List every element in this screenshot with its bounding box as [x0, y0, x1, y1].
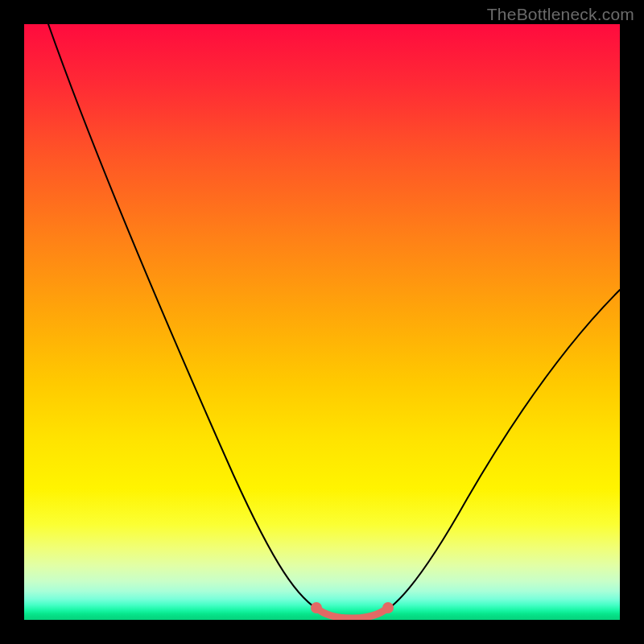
plot-area: [24, 24, 620, 620]
watermark-text: TheBottleneck.com: [487, 5, 634, 24]
highlight-region: [316, 608, 388, 618]
curve-svg: [24, 24, 620, 620]
chart-frame: TheBottleneck.com: [0, 0, 644, 644]
bottleneck-curve: [48, 24, 620, 618]
